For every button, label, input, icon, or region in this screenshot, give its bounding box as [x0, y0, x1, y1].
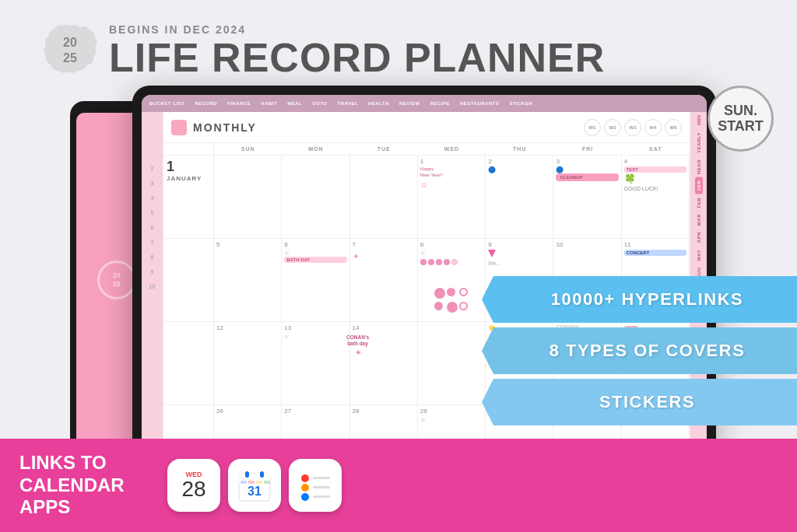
cell-tue-w1[interactable] [350, 156, 418, 239]
svg-text:25: 25 [63, 51, 77, 65]
tab-restaurants[interactable]: RESTAURANTS [456, 100, 503, 107]
tablet-back-year: 2025 [113, 271, 121, 289]
sidebar-apr[interactable]: APR [697, 229, 701, 246]
stickers-banner: STICKERS [482, 379, 797, 425]
week-badge-w5[interactable]: W5 [665, 119, 682, 136]
day-tue: TUE [350, 143, 418, 155]
svg-point-15 [301, 484, 309, 492]
svg-rect-17 [313, 477, 330, 479]
happy-new-year-event: HappyNew Year!! [420, 166, 483, 179]
cell-sun-w3[interactable]: 12 [214, 322, 282, 405]
tab-meal[interactable]: MEAL [283, 100, 306, 107]
dot-4 [434, 302, 443, 310]
svg-rect-9 [241, 481, 247, 484]
shamrock-sticker: 🍀 [624, 173, 686, 184]
row2-label [163, 239, 214, 322]
calendar-row-sidebar: 2 3 4 5 6 7 8 9 10 [142, 112, 163, 488]
dot-1 [434, 288, 445, 299]
links-to-calendar-text: LINKS TOCALENDAR APPS [19, 452, 152, 519]
dots-decoration [434, 288, 469, 313]
tab-health[interactable]: HEALTH [364, 100, 393, 107]
cell-sun-w2[interactable]: 5 [214, 239, 282, 322]
cell-mon-w3[interactable]: 13 ⊕ [282, 322, 349, 405]
tab-recipe[interactable]: RECIPE [427, 100, 454, 107]
plain-calendar-app[interactable]: WED 28 [167, 459, 220, 512]
cell-sun-w1[interactable] [214, 156, 282, 239]
day-sat: SAT [622, 143, 690, 155]
day-mon: MON [282, 143, 349, 155]
monthly-label: MONTHLY [193, 121, 257, 134]
app-cal-day-num: 28 [181, 478, 205, 500]
day-fri: FRI [553, 143, 621, 155]
tab-sticker[interactable]: STICKER [505, 100, 536, 107]
sun-start-badge: SUN.START [707, 86, 774, 152]
hyperlinks-banner: 10000+ HYPERLINKS [482, 276, 797, 323]
dot-2 [447, 288, 455, 296]
tab-bar: BUCKET LIST RECORD FINANCE HABIT MEAL OO… [142, 95, 707, 112]
svg-rect-19 [313, 495, 330, 498]
svg-rect-11 [256, 481, 262, 484]
tab-ootd[interactable]: OOTD [308, 100, 331, 107]
row1-num: 1 [167, 159, 210, 175]
day-wed: WED [418, 143, 486, 155]
sidebar-may[interactable]: MAY [697, 247, 701, 264]
svg-text:20: 20 [63, 36, 77, 49]
sidebar-yearly[interactable]: YEARLY [697, 129, 701, 156]
row1-month: JANUARY [167, 175, 210, 182]
cell-tue-w2[interactable]: 7 ✦ [350, 239, 418, 322]
tab-finance[interactable]: FINANCE [223, 100, 255, 107]
dot-3 [459, 288, 468, 296]
svg-point-16 [301, 493, 309, 501]
week-badge-w1[interactable]: W1 [584, 119, 601, 136]
monthly-icon [171, 120, 187, 135]
feature-banners: 10000+ HYPERLINKS 8 TYPES OF COVERS STIC… [482, 276, 797, 425]
sidebar-jan[interactable]: JAN [695, 177, 703, 194]
week-badge-w3[interactable]: W3 [624, 119, 641, 136]
reminders-app[interactable] [289, 459, 342, 512]
svg-rect-18 [313, 486, 330, 488]
date-col-header [163, 143, 214, 155]
week-badge-w2[interactable]: W2 [604, 119, 621, 136]
good-luck-text: GOOD LUCK! [624, 186, 686, 191]
bottom-bar: LINKS TOCALENDAR APPS WED 28 31 [0, 439, 797, 532]
header-section: BEGINS IN DEC 2024 LIFE RECORD PLANNER [109, 23, 605, 80]
cell-mon-w1[interactable] [282, 156, 349, 239]
week-badges: W1 W2 W3 W4 W5 [584, 119, 682, 136]
tab-travel[interactable]: TRAVEL [334, 100, 363, 107]
sidebar-near[interactable]: NEAR [697, 156, 701, 177]
sidebar-year: 2025 [697, 115, 701, 125]
covers-banner: 8 TYPES OF COVERS [482, 327, 797, 374]
cell-fri-w1[interactable]: 3 🔵 CLEANUP [553, 156, 621, 239]
svg-point-14 [301, 474, 309, 482]
monthly-header: MONTHLY W1 W2 W3 W4 W5 [163, 112, 690, 143]
bath-day-event: BATH DAY [284, 257, 346, 263]
cell-wed-w3[interactable] [418, 322, 486, 405]
cell-mon-w2[interactable]: 6 ⊕ BATH DAY [282, 239, 349, 322]
begins-label: BEGINS IN DEC 2024 [109, 23, 605, 36]
svg-rect-13 [296, 466, 335, 505]
tab-habit[interactable]: HABIT [257, 100, 281, 107]
row3-label [163, 322, 214, 405]
cell-sat-w1[interactable]: 4 TEST 🍀 GOOD LUCK! [622, 156, 690, 239]
cell-thu-w1[interactable]: 2 🔵 [486, 156, 553, 239]
google-calendar-app[interactable]: 31 [228, 459, 281, 512]
sidebar-feb[interactable]: FEB [697, 194, 701, 212]
svg-text:31: 31 [248, 485, 262, 498]
tab-record[interactable]: RECORD [191, 100, 221, 107]
dot-5 [447, 302, 458, 313]
calendar-apps: WED 28 31 [167, 459, 342, 512]
week-badge-w4[interactable]: W4 [644, 119, 662, 136]
day-thu: THU [486, 143, 553, 155]
cleanup-badge: CLEANUP [556, 173, 618, 181]
cell-wed-w1[interactable]: 1 HappyNew Year!! ☺ [418, 156, 486, 239]
sun-badge-text: SUN.START [718, 103, 764, 135]
row1-label: 1 JANUARY [163, 156, 214, 239]
row2-dates [167, 242, 210, 246]
wed-short: We... [488, 261, 550, 266]
tablet-back-inner: 2025 [97, 261, 136, 299]
calendar-day-headers: SUN MON TUE WED THU FRI SAT [163, 143, 690, 156]
tab-review[interactable]: REVIEW [395, 100, 424, 107]
tab-bucket-list[interactable]: BUCKET LIST [146, 100, 188, 107]
svg-rect-8 [260, 471, 264, 478]
sidebar-mar[interactable]: MAR [697, 211, 701, 229]
